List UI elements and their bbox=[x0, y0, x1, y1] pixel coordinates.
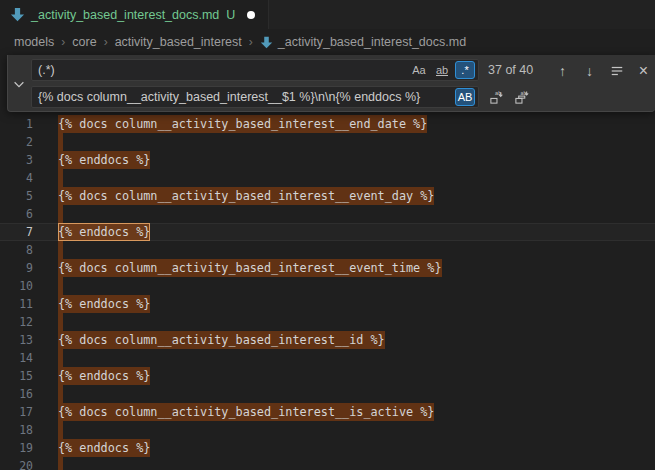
line-number: 10 bbox=[0, 277, 46, 295]
editor-line[interactable]: 14 bbox=[0, 349, 655, 367]
editor-line[interactable]: 5{% docs column__activity_based_interest… bbox=[0, 187, 655, 205]
whole-word-button[interactable]: ab bbox=[432, 61, 452, 79]
editor-line[interactable]: 6 bbox=[0, 205, 655, 223]
match-highlight: {% docs column__activity_based_interest_… bbox=[58, 187, 434, 205]
svg-text:ab: ab bbox=[495, 90, 501, 96]
empty-match-highlight bbox=[58, 205, 63, 223]
line-text[interactable] bbox=[58, 349, 63, 367]
find-in-selection-button[interactable] bbox=[606, 60, 627, 81]
line-text[interactable]: {% docs column__activity_based_interest_… bbox=[58, 331, 385, 349]
line-number: 19 bbox=[0, 439, 46, 457]
git-status-badge: U bbox=[226, 8, 235, 22]
editor-line[interactable]: 3{% enddocs %} bbox=[0, 151, 655, 169]
line-text[interactable] bbox=[58, 133, 63, 151]
next-match-button[interactable]: ↓ bbox=[579, 60, 600, 81]
breadcrumb-item-core[interactable]: core bbox=[72, 35, 96, 49]
replace-value[interactable]: {% docs column__activity_based_interest_… bbox=[32, 90, 455, 104]
editor-line[interactable]: 10 bbox=[0, 277, 655, 295]
svg-text:ab: ab bbox=[521, 90, 527, 96]
unsaved-changes-dot[interactable] bbox=[247, 11, 255, 19]
line-text[interactable]: {% enddocs %} bbox=[58, 439, 150, 457]
line-text[interactable] bbox=[58, 457, 63, 470]
editor-line[interactable]: 12 bbox=[0, 313, 655, 331]
breadcrumb: models › core › activity_based_interest … bbox=[0, 29, 655, 55]
preserve-case-button[interactable]: AB bbox=[455, 88, 475, 106]
regex-button[interactable]: .* bbox=[455, 61, 475, 79]
editor-line[interactable]: 11{% enddocs %} bbox=[0, 295, 655, 313]
empty-match-highlight bbox=[58, 169, 63, 187]
line-text[interactable]: {% docs column__activity_based_interest_… bbox=[58, 187, 434, 205]
editor-tab[interactable]: _activity_based_interest_docs.md U bbox=[0, 0, 269, 29]
line-text[interactable] bbox=[58, 313, 63, 331]
markdown-icon bbox=[10, 7, 25, 22]
line-number: 12 bbox=[0, 313, 46, 331]
line-number: 2 bbox=[0, 133, 46, 151]
line-text[interactable]: {% docs column__activity_based_interest_… bbox=[58, 259, 442, 277]
editor-line[interactable]: 9{% docs column__activity_based_interest… bbox=[0, 259, 655, 277]
toggle-replace-chevron-icon[interactable] bbox=[9, 55, 29, 112]
empty-match-highlight bbox=[58, 385, 63, 403]
editor-line[interactable]: 17{% docs column__activity_based_interes… bbox=[0, 403, 655, 421]
line-number: 18 bbox=[0, 421, 46, 439]
match-highlight: {% docs column__activity_based_interest_… bbox=[58, 259, 442, 277]
editor-line[interactable]: 8 bbox=[0, 241, 655, 259]
line-text[interactable] bbox=[58, 205, 63, 223]
breadcrumb-item-models[interactable]: models bbox=[14, 35, 54, 49]
match-case-button[interactable]: Aa bbox=[409, 61, 429, 79]
replace-input[interactable]: {% docs column__activity_based_interest_… bbox=[31, 86, 479, 108]
editor-content[interactable]: 1{% docs column__activity_based_interest… bbox=[0, 115, 655, 470]
find-input[interactable]: (.*) Aa ab .* bbox=[31, 59, 479, 81]
tab-bar: _activity_based_interest_docs.md U bbox=[0, 0, 655, 29]
breadcrumb-item-file[interactable]: _activity_based_interest_docs.md bbox=[260, 35, 466, 49]
line-text[interactable] bbox=[58, 385, 63, 403]
editor-line[interactable]: 15{% enddocs %} bbox=[0, 367, 655, 385]
line-text[interactable]: {% docs column__activity_based_interest_… bbox=[58, 403, 434, 421]
editor-line[interactable]: 1{% docs column__activity_based_interest… bbox=[0, 115, 655, 133]
replace-all-button[interactable]: ab bbox=[511, 87, 532, 108]
editor-line[interactable]: 13{% docs column__activity_based_interes… bbox=[0, 331, 655, 349]
line-text[interactable]: {% enddocs %} bbox=[58, 223, 150, 241]
previous-match-button[interactable]: ↑ bbox=[552, 60, 573, 81]
line-number: 1 bbox=[0, 115, 46, 133]
breadcrumb-separator-icon: › bbox=[104, 35, 108, 49]
empty-match-highlight bbox=[58, 133, 63, 151]
match-highlight: {% docs column__activity_based_interest_… bbox=[58, 115, 427, 133]
match-highlight: {% docs column__activity_based_interest_… bbox=[58, 331, 385, 349]
replace-button[interactable]: ab bbox=[486, 87, 507, 108]
line-number: 6 bbox=[0, 205, 46, 223]
editor-line[interactable]: 16 bbox=[0, 385, 655, 403]
line-text[interactable] bbox=[58, 169, 63, 187]
line-number: 9 bbox=[0, 259, 46, 277]
line-number: 20 bbox=[0, 457, 46, 470]
line-text[interactable]: {% enddocs %} bbox=[58, 295, 150, 313]
line-number: 8 bbox=[0, 241, 46, 259]
editor-line[interactable]: 20 bbox=[0, 457, 655, 470]
empty-match-highlight bbox=[58, 349, 63, 367]
empty-match-highlight bbox=[58, 457, 63, 470]
line-number: 13 bbox=[0, 331, 46, 349]
match-highlight: {% enddocs %} bbox=[58, 439, 150, 457]
line-text[interactable]: {% enddocs %} bbox=[58, 151, 150, 169]
editor-line[interactable]: 7{% enddocs %} bbox=[0, 223, 655, 241]
empty-match-highlight bbox=[58, 313, 63, 331]
line-number: 11 bbox=[0, 295, 46, 313]
breadcrumb-item-folder[interactable]: activity_based_interest bbox=[115, 35, 242, 49]
line-text[interactable] bbox=[58, 277, 63, 295]
line-number: 15 bbox=[0, 367, 46, 385]
editor-line[interactable]: 4 bbox=[0, 169, 655, 187]
editor-line[interactable]: 19{% enddocs %} bbox=[0, 439, 655, 457]
line-text[interactable]: {% enddocs %} bbox=[58, 367, 150, 385]
find-query[interactable]: (.*) bbox=[32, 63, 409, 77]
vscode-window: _activity_based_interest_docs.md U model… bbox=[0, 0, 655, 470]
breadcrumb-separator-icon: › bbox=[249, 35, 253, 49]
tab-title: _activity_based_interest_docs.md bbox=[31, 8, 219, 22]
editor-line[interactable]: 18 bbox=[0, 421, 655, 439]
close-find-widget-button[interactable]: × bbox=[633, 60, 654, 81]
line-text[interactable]: {% docs column__activity_based_interest_… bbox=[58, 115, 427, 133]
empty-match-highlight bbox=[58, 277, 63, 295]
line-text[interactable] bbox=[58, 421, 63, 439]
editor-line[interactable]: 2 bbox=[0, 133, 655, 151]
match-highlight: {% docs column__activity_based_interest_… bbox=[58, 403, 434, 421]
empty-match-highlight bbox=[58, 421, 63, 439]
line-text[interactable] bbox=[58, 241, 63, 259]
